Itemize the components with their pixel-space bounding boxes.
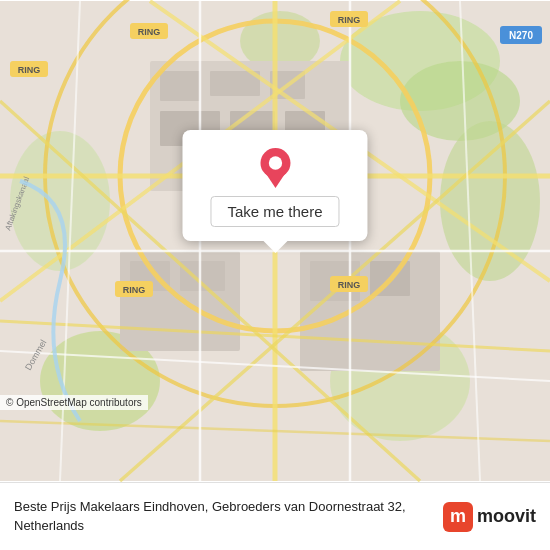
svg-text:RING: RING: [138, 27, 161, 37]
svg-text:RING: RING: [338, 280, 361, 290]
svg-rect-9: [160, 71, 200, 101]
moovit-logo: m moovit: [443, 502, 536, 532]
app: N270 RING RING RING RING RING Dommel Aft…: [0, 0, 550, 550]
bottom-bar: Beste Prijs Makelaars Eindhoven, Gebroed…: [0, 482, 550, 550]
svg-text:N270: N270: [509, 30, 533, 41]
svg-marker-53: [265, 173, 285, 188]
svg-text:RING: RING: [18, 65, 41, 75]
attribution-text: © OpenStreetMap contributors: [6, 397, 142, 408]
attribution-bar: © OpenStreetMap contributors: [0, 395, 148, 410]
svg-point-52: [268, 156, 281, 169]
take-me-there-button[interactable]: Take me there: [210, 196, 339, 227]
svg-text:RING: RING: [123, 285, 146, 295]
bottom-bar-address: Beste Prijs Makelaars Eindhoven, Gebroed…: [14, 498, 414, 534]
moovit-logo-text: moovit: [477, 506, 536, 527]
popup-card: Take me there: [182, 130, 367, 241]
map-container: N270 RING RING RING RING RING Dommel Aft…: [0, 0, 550, 482]
svg-text:RING: RING: [338, 15, 361, 25]
location-pin-icon: [255, 148, 295, 188]
moovit-logo-icon: m: [443, 502, 473, 532]
